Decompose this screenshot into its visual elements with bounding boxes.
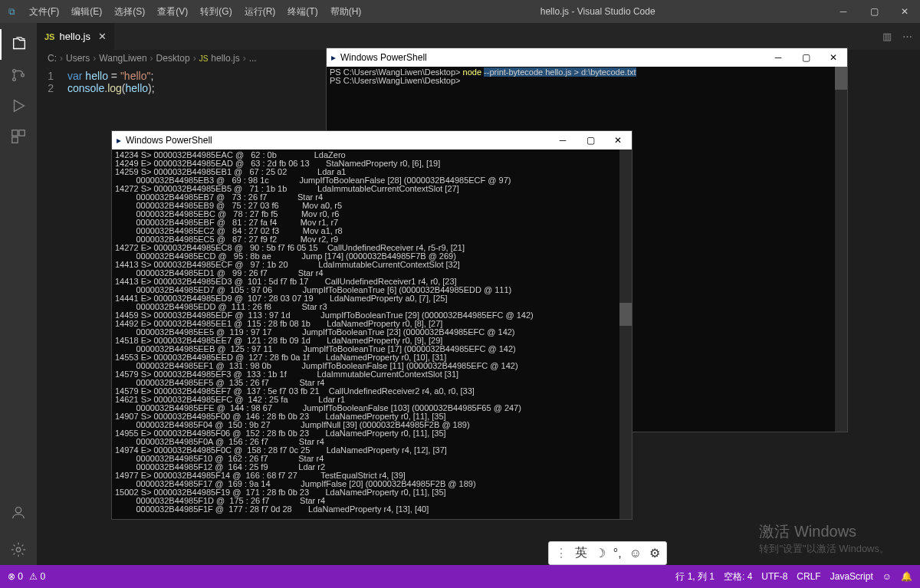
bc-1[interactable]: Users [66, 53, 90, 64]
ps2-maximize-icon[interactable]: ▢ [577, 136, 604, 145]
ime-drag-icon[interactable]: ⋮ [555, 546, 567, 560]
tab-label: hello.js [59, 31, 90, 42]
tab-hello-js[interactable]: JS hello.js ✕ [37, 23, 114, 50]
bc-2[interactable]: WangLiwen [99, 53, 146, 64]
menu-bar: 文件(F) 编辑(E) 选择(S) 查看(V) 转到(G) 运行(R) 终端(T… [23, 5, 367, 18]
status-bar: ⊗ 0 ⚠ 0 行 1, 列 1 空格: 4 UTF-8 CRLF JavaSc… [0, 565, 920, 588]
vscode-logo-icon: ⧉ [0, 6, 23, 17]
close-icon[interactable]: ✕ [889, 6, 920, 17]
maximize-icon[interactable]: ▢ [859, 6, 889, 17]
menu-file[interactable]: 文件(F) [23, 5, 65, 18]
ps1-maximize-icon[interactable]: ▢ [792, 53, 820, 62]
svg-rect-5 [12, 137, 18, 143]
ime-settings-icon[interactable]: ⚙ [649, 546, 660, 560]
ime-toolbar[interactable]: ⋮ 英 ☽ °, ☺ ⚙ [548, 541, 667, 565]
ime-emoji-icon[interactable]: ☺ [629, 547, 642, 560]
svg-point-0 [13, 70, 16, 73]
powershell-window-2[interactable]: ▸ Windows PowerShell ─ ▢ ✕ 14234 S> 0000… [111, 130, 632, 520]
status-eol[interactable]: CRLF [797, 571, 820, 582]
status-cursor-pos[interactable]: 行 1, 列 1 [675, 570, 715, 583]
bc-0[interactable]: C: [48, 53, 57, 64]
menu-terminal[interactable]: 终端(T) [281, 5, 324, 18]
bc-4[interactable]: hello.js [211, 53, 239, 64]
svg-point-7 [16, 547, 21, 552]
run-debug-icon[interactable] [0, 90, 37, 121]
menu-help[interactable]: 帮助(H) [324, 5, 368, 18]
status-feedback-icon[interactable]: ☺ [882, 571, 892, 582]
svg-point-6 [15, 508, 21, 513]
svg-point-1 [13, 78, 16, 81]
svg-rect-4 [19, 130, 25, 136]
explorer-icon[interactable] [0, 29, 37, 60]
menu-select[interactable]: 选择(S) [108, 5, 151, 18]
js-file-icon: JS [44, 32, 54, 41]
source-control-icon[interactable] [0, 60, 37, 90]
js-file-icon: JS [199, 54, 209, 63]
minimize-icon[interactable]: ─ [828, 6, 859, 17]
status-language[interactable]: JavaScript [830, 571, 873, 582]
status-encoding[interactable]: UTF-8 [761, 571, 787, 582]
status-bell-icon[interactable]: 🔔 [901, 571, 912, 582]
ime-moon-icon[interactable]: ☽ [595, 546, 606, 560]
ps2-output[interactable]: 14234 S> 0000032B44985EAC @ 62 : 0b LdaZ… [112, 149, 632, 521]
svg-rect-3 [12, 130, 18, 136]
menu-view[interactable]: 查看(V) [151, 5, 194, 18]
bc-3[interactable]: Desktop [156, 53, 190, 64]
window-title: hello.js - Visual Studio Code [367, 6, 828, 17]
ps1-close-icon[interactable]: ✕ [820, 53, 847, 62]
ps2-minimize-icon[interactable]: ─ [549, 136, 577, 145]
ime-lang[interactable]: 英 [575, 545, 587, 561]
powershell-icon: ▸ [331, 53, 336, 62]
ps1-scrollbar[interactable] [835, 67, 847, 432]
editor-tabs: JS hello.js ✕ ▥ ⋯ [37, 23, 920, 50]
activity-bar [0, 23, 37, 565]
ps1-minimize-icon[interactable]: ─ [764, 53, 792, 62]
bc-5[interactable]: ... [249, 53, 257, 64]
account-icon[interactable] [0, 498, 37, 528]
settings-gear-icon[interactable] [0, 534, 37, 565]
status-errors[interactable]: ⊗ 0 [8, 571, 23, 582]
more-icon[interactable]: ⋯ [902, 31, 912, 42]
menu-edit[interactable]: 编辑(E) [65, 5, 108, 18]
ime-punct-icon[interactable]: °, [613, 547, 622, 560]
titlebar: ⧉ 文件(F) 编辑(E) 选择(S) 查看(V) 转到(G) 运行(R) 终端… [0, 0, 920, 23]
powershell-icon: ▸ [117, 136, 121, 145]
menu-run[interactable]: 运行(R) [238, 5, 282, 18]
line-number: 2 [37, 82, 67, 94]
status-indent[interactable]: 空格: 4 [724, 570, 752, 583]
tab-close-icon[interactable]: ✕ [98, 31, 107, 42]
split-editor-icon[interactable]: ▥ [882, 31, 892, 42]
status-warnings[interactable]: ⚠ 0 [29, 571, 45, 582]
ps2-title: Windows PowerShell [126, 136, 212, 145]
windows-activation-watermark: 激活 Windows 转到"设置"以激活 Windows。 [759, 521, 889, 556]
menu-goto[interactable]: 转到(G) [194, 5, 238, 18]
extensions-icon[interactable] [0, 121, 37, 152]
ps2-close-icon[interactable]: ✕ [604, 136, 632, 145]
svg-point-2 [21, 74, 25, 77]
ps2-scrollbar[interactable] [619, 149, 632, 519]
ps1-title: Windows PowerShell [340, 53, 427, 62]
line-number: 1 [37, 70, 67, 82]
